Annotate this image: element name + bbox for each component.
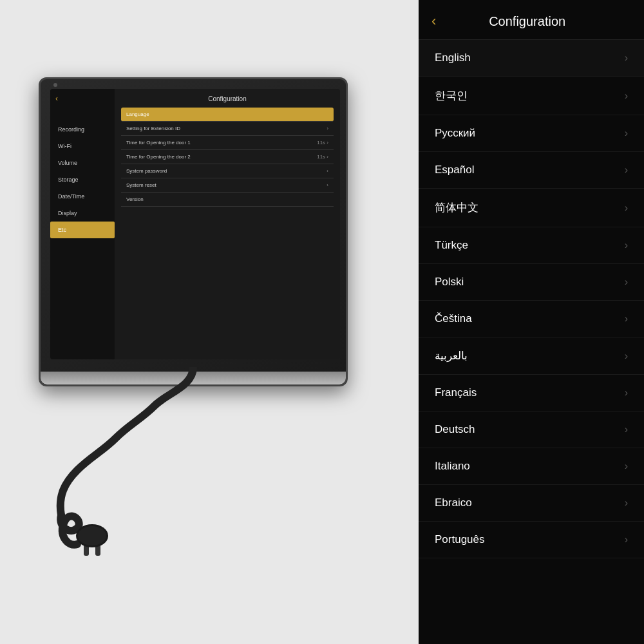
chevron-right-icon: › <box>625 497 628 509</box>
chevron-right-icon: › <box>625 313 628 325</box>
screen-back-button[interactable]: ‹ <box>55 94 58 103</box>
sidebar-volume[interactable]: Volume <box>50 155 115 171</box>
language-item-hebrew[interactable]: Ebraico › <box>419 485 644 522</box>
screen-menu-extension-label: Setting for Extension ID <box>126 126 180 131</box>
chevron-right-icon: 11s › <box>317 140 328 146</box>
phone-back-button[interactable]: ‹ <box>431 13 436 30</box>
sidebar-wifi[interactable]: Wi-Fi <box>50 138 115 155</box>
language-item-korean[interactable]: 한국인 › <box>419 77 644 115</box>
language-item-french[interactable]: Français › <box>419 375 644 412</box>
device-container: ‹ Recording Wi-Fi Volume Storage Date/Ti… <box>13 77 374 528</box>
screen-menu-extension[interactable]: Setting for Extension ID › <box>121 122 334 136</box>
chevron-right-icon: › <box>625 52 628 64</box>
language-name-arabic: بالعربية <box>435 349 468 363</box>
language-item-turkish[interactable]: Türkçe › <box>419 227 644 264</box>
language-item-polish[interactable]: Polski › <box>419 264 644 301</box>
language-name-czech: Čeština <box>435 312 472 325</box>
phone-header: ‹ Configuration <box>419 0 644 40</box>
language-name-korean: 한국인 <box>435 88 468 103</box>
chevron-right-icon: › <box>625 276 628 288</box>
screen-menu-password[interactable]: System password › <box>121 164 334 178</box>
language-name-italian: Italiano <box>435 460 470 473</box>
language-item-portuguese[interactable]: Português › <box>419 522 644 558</box>
language-name-chinese: 简体中文 <box>435 200 478 215</box>
svg-point-3 <box>78 526 106 545</box>
language-name-hebrew: Ebraico <box>435 497 472 509</box>
power-cable <box>52 367 245 560</box>
language-name-german: Deutsch <box>435 423 475 436</box>
chevron-right-icon: › <box>625 128 628 139</box>
sidebar-recording[interactable]: Recording <box>50 121 115 138</box>
chevron-right-icon: › <box>327 126 328 131</box>
chevron-right-icon: › <box>625 534 628 545</box>
chevron-right-icon: › <box>625 90 628 102</box>
screen-menu-door2[interactable]: Time for Opening the door 2 11s › <box>121 150 334 164</box>
monitor-screen: ‹ Recording Wi-Fi Volume Storage Date/Ti… <box>50 89 340 359</box>
language-name-turkish: Türkçe <box>435 239 468 252</box>
screen-menu-reset[interactable]: System reset › <box>121 178 334 193</box>
screen-menu-password-label: System password <box>126 168 167 174</box>
chevron-right-icon: › <box>625 240 628 251</box>
language-item-russian[interactable]: Русский › <box>419 115 644 152</box>
phone-panel: ‹ Configuration English › 한국인 › Русский … <box>419 0 644 644</box>
language-item-chinese[interactable]: 简体中文 › <box>419 189 644 227</box>
chevron-right-icon: › <box>625 460 628 472</box>
chevron-right-icon: › <box>327 168 328 174</box>
camera-dot <box>53 83 57 87</box>
chevron-right-icon: 11s › <box>317 154 328 160</box>
monitor-frame: ‹ Recording Wi-Fi Volume Storage Date/Ti… <box>39 77 348 386</box>
screen-sidebar: ‹ Recording Wi-Fi Volume Storage Date/Ti… <box>50 89 115 359</box>
language-name-french: Français <box>435 386 477 399</box>
screen-menu-language[interactable]: Language <box>121 108 334 122</box>
chevron-right-icon: › <box>625 350 628 362</box>
screen-main: Configuration Language Setting for Exten… <box>115 89 340 359</box>
chevron-right-icon: › <box>625 424 628 435</box>
language-name-english: English <box>435 52 471 64</box>
chevron-right-icon: › <box>625 387 628 399</box>
screen-menu-version-label: Version <box>126 196 144 202</box>
sidebar-etc[interactable]: Etc <box>50 222 115 238</box>
language-name-polish: Polski <box>435 276 464 289</box>
language-item-arabic[interactable]: بالعربية › <box>419 337 644 375</box>
chevron-right-icon: › <box>625 164 628 176</box>
screen-menu-door1[interactable]: Time for Opening the door 1 11s › <box>121 136 334 150</box>
language-item-spanish[interactable]: Español › <box>419 152 644 189</box>
sidebar-storage[interactable]: Storage <box>50 171 115 188</box>
language-item-italian[interactable]: Italiano › <box>419 448 644 485</box>
screen-config-title: Configuration <box>121 95 334 102</box>
screen-menu-door2-label: Time for Opening the door 2 <box>126 154 191 160</box>
language-item-german[interactable]: Deutsch › <box>419 412 644 448</box>
screen-menu-reset-label: System reset <box>126 182 156 188</box>
language-name-spanish: Español <box>435 164 474 176</box>
chevron-right-icon: › <box>327 182 328 188</box>
language-item-english[interactable]: English › <box>419 40 644 77</box>
screen-menu-door1-label: Time for Opening the door 1 <box>126 140 191 146</box>
sidebar-display[interactable]: Display <box>50 205 115 222</box>
sidebar-datetime[interactable]: Date/Time <box>50 188 115 205</box>
language-name-russian: Русский <box>435 127 475 140</box>
language-item-czech[interactable]: Čeština › <box>419 301 644 337</box>
chevron-right-icon: › <box>625 202 628 214</box>
phone-config-title: Configuration <box>442 14 612 29</box>
language-name-portuguese: Português <box>435 533 485 546</box>
screen-menu-version[interactable]: Version <box>121 193 334 207</box>
language-list: English › 한국인 › Русский › Español › 简体中文… <box>419 40 644 644</box>
screen-menu-language-label: Language <box>126 111 149 117</box>
